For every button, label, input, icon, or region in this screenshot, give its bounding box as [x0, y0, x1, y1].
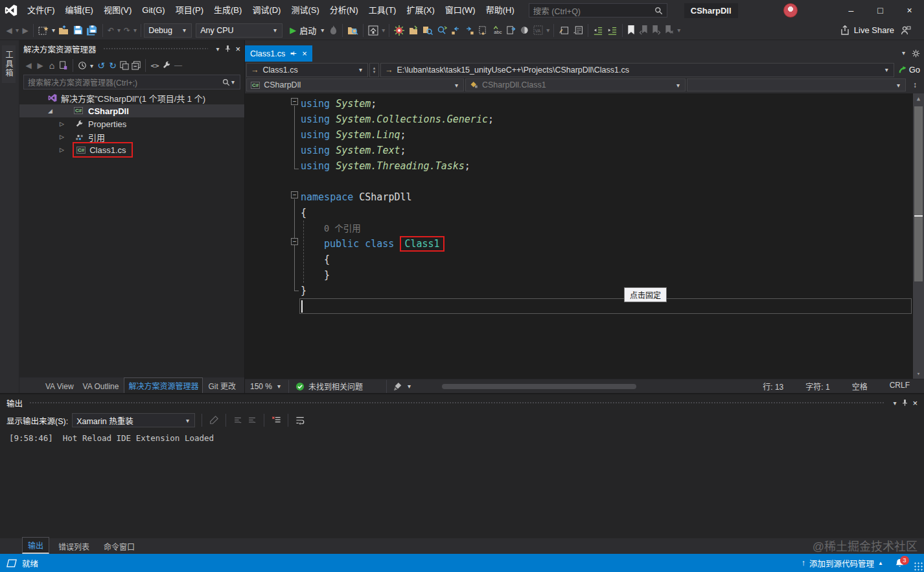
fold-collapse-icon[interactable]: − [291, 191, 298, 198]
increase-indent-icon[interactable] [605, 23, 619, 38]
scrollbar-thumb[interactable] [914, 106, 923, 281]
parameter-info-icon[interactable] [571, 23, 585, 38]
collapsed-icon[interactable]: ▷ [60, 147, 64, 153]
line-ending-indicator[interactable]: CRLF [890, 381, 910, 392]
find-in-files-icon[interactable] [345, 23, 360, 38]
va-open-file-icon[interactable] [406, 23, 421, 38]
menu-test[interactable]: 测试(S) [286, 0, 324, 21]
solution-search-box[interactable]: 搜索解决方案资源管理器(Ctrl+;) ▾ [23, 75, 240, 89]
fold-collapse-icon[interactable]: − [291, 98, 298, 105]
tree-row-properties[interactable]: ▷ Properties [19, 117, 244, 130]
toolbox-tab[interactable]: 工具箱 [2, 45, 16, 83]
tree-row-references[interactable]: ▷ 引用 [19, 130, 244, 143]
refactor-icon[interactable] [518, 23, 531, 38]
type-dropdown[interactable]: CSharpDll.Class1 ▾ [465, 78, 686, 91]
se-properties-wrench-icon[interactable] [161, 60, 172, 71]
collapsed-icon[interactable]: ▷ [60, 134, 64, 140]
tab-pin-icon[interactable] [290, 50, 297, 57]
pin-icon[interactable] [901, 399, 908, 407]
undo-dropdown-icon[interactable]: ▾ [116, 27, 122, 34]
move-to-file-icon[interactable] [504, 23, 518, 38]
se-pending-changes-filter-icon[interactable] [77, 60, 87, 71]
previous-bookmark-icon[interactable] [637, 23, 650, 38]
pin-icon[interactable] [224, 45, 231, 53]
account-avatar[interactable] [783, 3, 798, 18]
editor-options-gear-icon[interactable] [912, 49, 920, 58]
output-source-dropdown[interactable]: Xamarin 热重装 ▾ [72, 413, 195, 427]
tab-list-chevron-icon[interactable]: ▾ [901, 49, 907, 58]
tab-git-changes[interactable]: Git 更改 [204, 378, 240, 393]
background-tasks-icon[interactable] [6, 559, 17, 567]
next-message-icon[interactable] [247, 415, 257, 425]
menu-help[interactable]: 帮助(H) [481, 0, 520, 21]
health-status-text[interactable]: 未找到相关问题 [308, 381, 363, 392]
expanded-icon[interactable]: ◢ [48, 108, 52, 114]
file-navigation-dropdown[interactable]: → Class1.cs ▾ [246, 63, 368, 77]
new-project-dropdown-icon[interactable]: ▾ [51, 27, 56, 34]
spell-check-icon[interactable]: abc [490, 23, 504, 38]
go-button[interactable]: Go [895, 65, 923, 75]
quick-search-box[interactable]: 搜索 (Ctrl+Q) [529, 3, 667, 18]
tree-row-solution[interactable]: 解决方案"CSharpDll"(1 个项目/共 1 个) [19, 91, 244, 104]
panel-drag-handle[interactable] [103, 47, 209, 51]
menu-extensions[interactable]: 扩展(X) [401, 0, 439, 21]
save-all-icon[interactable] [85, 23, 100, 38]
clear-bookmarks-icon[interactable] [663, 23, 676, 38]
navigate-backward-icon[interactable]: ◀ [4, 25, 14, 36]
document-tab-class1[interactable]: Class1.cs × [245, 45, 312, 62]
menu-file[interactable]: 文件(F) [22, 0, 60, 21]
se-show-code-icon[interactable]: <> [150, 60, 160, 71]
nav-spinner[interactable]: ▴ ▾ [369, 63, 379, 77]
paste-history-icon[interactable] [476, 23, 490, 38]
tab-va-outline[interactable]: VA Outline [79, 380, 123, 393]
configuration-combobox[interactable]: Debug ▾ [144, 23, 192, 38]
va-goto-right-icon[interactable] [463, 23, 476, 38]
navigate-backward-dropdown-icon[interactable]: ▾ [14, 27, 20, 34]
se-home-icon[interactable]: ⌂ [47, 60, 57, 71]
feedback-icon[interactable] [901, 25, 911, 36]
redo-dropdown-icon[interactable]: ▾ [132, 27, 138, 34]
menu-git[interactable]: Git(G) [137, 0, 170, 21]
spaces-indicator[interactable]: 空格 [852, 381, 868, 392]
tab-command-window[interactable]: 命令窗口 [98, 539, 140, 554]
add-to-source-control-button[interactable]: ↑ 添加到源代码管理 ▲ [802, 557, 883, 569]
toggle-bookmark-icon[interactable] [625, 23, 637, 38]
tree-row-project[interactable]: ◢ C# CSharpDll [19, 104, 244, 117]
va-find-symbol-icon[interactable] [421, 23, 435, 38]
se-filter-dropdown-icon[interactable]: ▾ [89, 62, 95, 69]
fold-collapse-icon[interactable]: − [291, 238, 298, 245]
se-forward-icon[interactable]: ▶ [35, 60, 45, 71]
close-button[interactable]: × [895, 0, 924, 21]
panel-menu-chevron-icon[interactable]: ▾ [892, 399, 897, 407]
decrease-indent-icon[interactable] [591, 23, 605, 38]
panel-menu-chevron-icon[interactable]: ▾ [214, 45, 220, 53]
tab-output[interactable]: 输出 [22, 537, 49, 554]
code-editor-surface[interactable]: − − − usingSystem; usingSystem.Collectio… [245, 93, 924, 379]
panel-close-icon[interactable]: × [235, 44, 240, 54]
ide-navigator-icon[interactable] [366, 23, 380, 38]
menu-window[interactable]: 窗口(W) [440, 0, 481, 21]
collapsed-icon[interactable]: ▷ [60, 121, 64, 127]
start-debugging-button[interactable]: ▶ 启动 ▾ [288, 23, 327, 38]
tab-va-view[interactable]: VA View [41, 380, 78, 393]
spinner-down-icon[interactable]: ▾ [373, 70, 376, 74]
hot-reload-flame-icon[interactable] [327, 23, 340, 38]
previous-message-icon[interactable] [233, 415, 243, 425]
live-share-button[interactable]: Live Share [840, 25, 894, 36]
menu-tools[interactable]: 工具(T) [364, 0, 402, 21]
word-wrap-icon[interactable] [295, 415, 305, 425]
se-switch-views-icon[interactable] [58, 60, 69, 71]
se-collapse-all-icon[interactable] [131, 60, 141, 71]
se-preview-icon[interactable]: — [173, 60, 183, 71]
tab-solution-explorer[interactable]: 解决方案资源管理器 [124, 377, 203, 393]
line-indicator[interactable]: 行: 13 [763, 381, 783, 392]
bookmark-dropdown-icon[interactable]: ▾ [676, 27, 682, 34]
redo-icon[interactable]: ↷ [122, 25, 132, 36]
va-toolbar-dropdown-icon[interactable]: ▾ [545, 27, 551, 34]
navigate-forward-icon[interactable]: ▶ [20, 25, 30, 36]
minimize-button[interactable]: – [837, 0, 866, 21]
snippet-grid-icon[interactable]: VA [531, 23, 545, 38]
menu-project[interactable]: 项目(P) [170, 0, 209, 21]
open-file-icon[interactable] [56, 23, 71, 38]
menu-view[interactable]: 视图(V) [98, 0, 137, 21]
